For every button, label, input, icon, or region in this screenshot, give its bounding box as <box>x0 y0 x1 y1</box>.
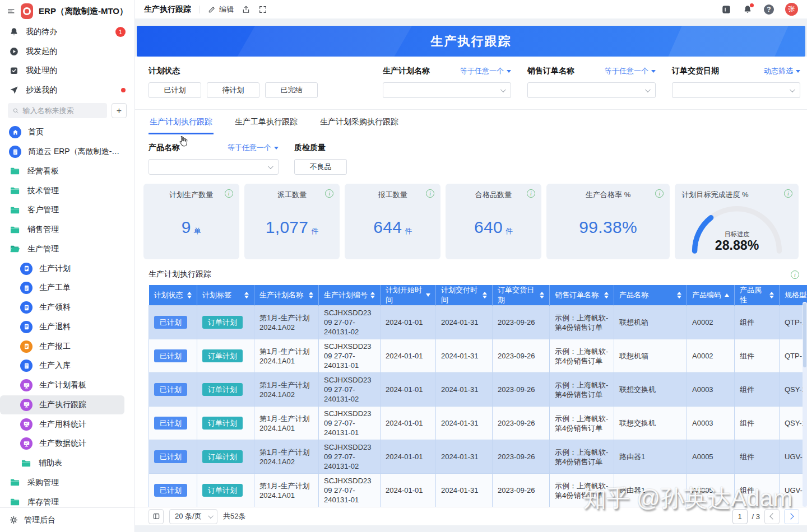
form-icon <box>20 263 33 275</box>
column-header[interactable]: 生产计划名称 <box>254 285 319 306</box>
tag-badge: 订单计划 <box>202 450 243 463</box>
sidebar-nav-item[interactable]: 生产入库 <box>0 356 134 376</box>
sidebar-item[interactable]: 我发起的 <box>0 42 134 62</box>
scrollbar-thumb[interactable] <box>803 303 806 367</box>
info-icon[interactable]: i <box>527 189 535 198</box>
table-row[interactable]: 已计划订单计划第1月-生产计划 2024.1A01SCJHXSDD2309 27… <box>149 407 807 440</box>
sidebar-nav-item[interactable]: 辅助表 <box>0 454 134 473</box>
help-button[interactable]: ? <box>764 4 774 15</box>
status-option-button[interactable]: 待计划 <box>207 82 259 98</box>
table-row[interactable]: 已计划订单计划第1月-生产计划 2024.1A02SCJHXSDD2309 27… <box>149 440 807 474</box>
sidebar-item-label: 生产领料 <box>39 302 71 312</box>
sidebar-nav-item[interactable]: 客户管理 <box>0 200 134 220</box>
plan-name-select[interactable] <box>383 82 511 98</box>
table-cell: SCJHXSDD2309 27-07-240131-01 <box>319 474 381 507</box>
tab[interactable]: 生产计划执行跟踪 <box>149 110 214 134</box>
sidebar-nav-item[interactable]: 销售管理 <box>0 220 134 240</box>
next-page-button[interactable] <box>784 509 799 524</box>
info-icon[interactable]: i <box>655 189 664 198</box>
page-input[interactable]: 1 <box>732 509 748 524</box>
sidebar-nav-item[interactable]: 经营看板 <box>0 162 134 181</box>
sidebar-item-label: 抄送我的 <box>26 85 57 95</box>
column-header[interactable]: 计划开始时间 <box>381 285 436 306</box>
caret-down-icon <box>796 70 800 73</box>
sidebar-nav-item[interactable]: 首页 <box>0 123 134 142</box>
sidebar-item-label: 生产计划看板 <box>39 380 86 390</box>
info-icon[interactable]: i <box>426 189 434 198</box>
sidebar-item[interactable]: 抄送我的 <box>0 81 134 100</box>
status-badge: 已计划 <box>154 316 187 329</box>
journal-panel-button[interactable] <box>721 4 731 15</box>
column-header[interactable]: 计划交付时间 <box>436 285 493 306</box>
sidebar-nav-item[interactable]: 生产领料 <box>0 298 134 318</box>
table-row[interactable]: 已计划订单计划第1月-生产计划 2024.1A02SCJHXSDD2309 27… <box>149 306 807 339</box>
table-row[interactable]: 已计划订单计划第1月-生产计划 2024.1A01SCJHXSDD2309 27… <box>149 339 807 373</box>
operator-selector[interactable]: 等于任意一个 <box>605 66 656 76</box>
stat-value: 640件 <box>474 200 513 255</box>
column-header[interactable]: 产品编码 <box>687 285 735 306</box>
info-icon[interactable]: i <box>784 189 792 198</box>
filter-product-name: 产品名称 等于任意一个 <box>149 142 279 175</box>
sidebar-nav-item[interactable]: 生产数据统计 <box>0 434 134 454</box>
table-row[interactable]: 已计划订单计划第1月-生产计划 2024.1A02SCJHXSDD2309 27… <box>149 373 807 407</box>
sidebar-nav-item[interactable]: 生产用料统计 <box>0 414 134 434</box>
table-row[interactable]: 已计划订单计划第1月-生产计划 2024.1A01SCJHXSDD2309 27… <box>149 474 807 507</box>
form-icon <box>20 282 33 294</box>
column-header[interactable]: 生产计划编号 <box>319 285 381 306</box>
status-option-button[interactable]: 已完结 <box>265 82 318 98</box>
avatar[interactable]: 张 <box>785 3 798 16</box>
operator-selector[interactable]: 等于任意一个 <box>460 66 511 76</box>
sidebar-nav-item[interactable]: 生产报工 <box>0 337 134 356</box>
menu-toggle-icon[interactable] <box>7 6 15 17</box>
tag-badge: 订单计划 <box>202 349 243 362</box>
search-input[interactable] <box>22 106 103 115</box>
column-header[interactable]: 订单交货日期 <box>493 285 550 306</box>
table-cell: 2024-01-31 <box>436 440 493 474</box>
info-icon[interactable]: i <box>791 270 799 279</box>
sidebar: ERP（离散制造-MTO） 我的待办 1 我发起的 我处理的 抄送我的 <box>0 0 135 532</box>
notifications-button[interactable] <box>743 4 753 15</box>
table-settings-button[interactable] <box>149 509 164 524</box>
sidebar-nav-item[interactable]: 技术管理 <box>0 181 134 200</box>
search-box[interactable] <box>8 103 107 118</box>
column-header[interactable]: 计划状态 <box>149 285 197 306</box>
tab[interactable]: 生产工单执行跟踪 <box>234 110 299 134</box>
operator-selector[interactable]: 等于任意一个 <box>228 143 279 153</box>
sidebar-item[interactable]: 我的待办 1 <box>0 22 134 42</box>
filter-sales-order: 销售订单名称 等于任意一个 <box>527 66 656 98</box>
sidebar-nav-item[interactable]: 生产执行跟踪 <box>0 395 124 415</box>
sort-icon <box>769 292 774 298</box>
edit-button[interactable]: 编辑 <box>207 4 234 15</box>
vertical-scrollbar[interactable] <box>803 302 807 507</box>
sidebar-nav-item[interactable]: 生产管理 <box>0 240 134 259</box>
sidebar-nav-item[interactable]: 简道云 ERP（离散制造-MTO）... <box>0 142 134 162</box>
table-cell: 2024-01-01 <box>381 440 436 474</box>
sidebar-nav-item[interactable]: 生产退料 <box>0 318 134 337</box>
info-icon[interactable]: i <box>225 189 233 198</box>
sidebar-nav-item[interactable]: 库存管理 <box>0 492 134 507</box>
sidebar-nav-item[interactable]: 生产计划看板 <box>0 376 134 395</box>
column-header[interactable]: 产品名称 <box>614 285 687 306</box>
add-button[interactable]: + <box>112 103 127 118</box>
prev-page-button[interactable] <box>764 509 780 524</box>
info-icon[interactable]: i <box>325 189 333 198</box>
sidebar-nav-item[interactable]: 生产工单 <box>0 278 134 298</box>
status-option-button[interactable]: 已计划 <box>149 82 201 98</box>
admin-console-item[interactable]: 管理后台 <box>0 507 134 532</box>
column-header[interactable]: 销售订单名称 <box>550 285 614 306</box>
fullscreen-button[interactable] <box>258 5 267 14</box>
page-size-select[interactable]: 20 条/页 <box>169 509 217 524</box>
operator-selector[interactable]: 动态筛选 <box>764 66 800 76</box>
sidebar-item[interactable]: 我处理的 <box>0 61 134 81</box>
sidebar-nav-item[interactable]: 生产计划 <box>0 259 134 278</box>
delivery-date-select[interactable] <box>672 82 800 98</box>
share-button[interactable] <box>242 5 251 14</box>
column-header[interactable]: 计划标签 <box>197 285 254 306</box>
sales-order-select[interactable] <box>527 82 656 98</box>
column-header[interactable]: 产品属性 <box>735 285 780 306</box>
tab[interactable]: 生产计划采购执行跟踪 <box>319 110 400 134</box>
sidebar-nav-item[interactable]: 采购管理 <box>0 473 134 493</box>
table-cell: 示例：上海帆软-第4份销售订单 <box>550 373 614 407</box>
product-name-select[interactable] <box>149 159 279 175</box>
defective-option-button[interactable]: 不良品 <box>294 159 347 175</box>
